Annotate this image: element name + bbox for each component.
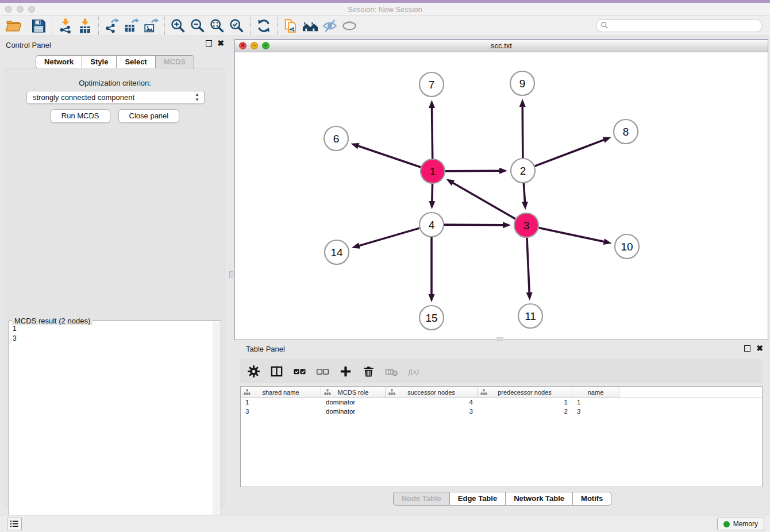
close-panel-icon[interactable]: ✖	[217, 40, 224, 47]
node-label-7: 7	[429, 79, 435, 91]
zoom-out-button[interactable]	[188, 17, 207, 35]
zoom-selected-button[interactable]	[227, 17, 247, 35]
edge-3-11[interactable]	[527, 238, 529, 294]
cell-0-1[interactable]: dominator	[321, 398, 386, 407]
tab-node-table[interactable]: Node Table	[393, 492, 450, 506]
mcds-result-text: 1 3	[13, 324, 17, 344]
float-panel-icon[interactable]	[206, 40, 212, 47]
column-header-MCDS-role[interactable]: MCDS role	[321, 387, 386, 398]
edge-4-14[interactable]	[358, 228, 419, 246]
arrowhead-4-3	[503, 222, 511, 228]
add-column-button[interactable]	[338, 364, 353, 379]
search-input[interactable]	[596, 19, 763, 32]
cell-1-1[interactable]: dominator	[321, 407, 386, 417]
cell-1-2[interactable]: 3	[386, 407, 478, 417]
show-all-networks-button[interactable]	[301, 17, 320, 35]
tab-network[interactable]: Network	[36, 55, 82, 69]
criterion-dropdown[interactable]: strongly connected component ▲▼	[26, 91, 205, 104]
horizontal-splitter-handle[interactable]	[496, 337, 503, 341]
table-panel: Table Panel ✖	[234, 342, 770, 515]
mcds-pane: Optimization criterion: strongly connect…	[5, 68, 225, 507]
zoom-in-button[interactable]	[168, 17, 188, 35]
trash-icon	[362, 365, 375, 378]
export-image-button[interactable]	[141, 17, 161, 35]
task-history-button[interactable]	[7, 518, 22, 530]
export-table-icon	[124, 18, 140, 34]
tab-select[interactable]: Select	[117, 55, 155, 69]
svg-text:f(x): f(x)	[408, 367, 418, 376]
save-floppy-icon	[30, 18, 47, 34]
hide-graphics-details-button[interactable]	[320, 17, 340, 35]
edge-1-6[interactable]	[357, 146, 421, 167]
edge-4-3[interactable]	[444, 225, 504, 225]
network-window-titlebar[interactable]: ✕ − + scc.txt	[235, 40, 768, 52]
vertical-splitter-handle[interactable]	[229, 271, 233, 278]
delete-column-button[interactable]	[361, 364, 376, 379]
function-builder-button[interactable]: f(x)	[407, 364, 422, 379]
zoom-fit-button[interactable]	[207, 17, 227, 35]
export-table-button[interactable]	[122, 17, 141, 35]
search-field-container	[596, 19, 763, 32]
edge-3-1[interactable]	[452, 182, 515, 219]
network-graph[interactable]: 7968124314101511	[235, 52, 768, 340]
close-table-panel-icon[interactable]: ✖	[756, 345, 763, 352]
column-header-successor-nodes[interactable]: successor nodes	[386, 387, 478, 398]
cell-0-3[interactable]: 1	[478, 398, 572, 407]
delete-table-button[interactable]	[384, 364, 399, 379]
refresh-view-button[interactable]	[254, 17, 274, 35]
column-header-name[interactable]: name	[572, 387, 619, 398]
network-canvas[interactable]: 7968124314101511	[235, 52, 768, 340]
cell-1-4[interactable]: 3	[572, 407, 619, 417]
export-network-button[interactable]	[102, 17, 122, 35]
cell-1-3[interactable]: 2	[478, 407, 572, 417]
node-label-3: 3	[523, 219, 530, 232]
control-panel-title: Control Panel	[0, 41, 51, 49]
edge-3-10[interactable]	[539, 228, 605, 242]
columns-icon	[270, 365, 283, 378]
tab-motifs[interactable]: Motifs	[573, 492, 611, 506]
import-network-button[interactable]	[56, 17, 75, 35]
arrowhead-2-9	[519, 99, 526, 107]
node-label-15: 15	[425, 312, 437, 324]
edge-1-2[interactable]	[445, 171, 500, 171]
edge-2-9[interactable]	[522, 106, 523, 158]
cell-0-4[interactable]: 1	[572, 398, 619, 407]
eye-icon	[341, 18, 357, 34]
search-icon	[600, 21, 609, 29]
close-panel-button[interactable]: Close panel	[118, 109, 180, 123]
table-row[interactable]: 3dominator323	[241, 407, 762, 417]
tab-edge-table[interactable]: Edge Table	[450, 492, 506, 506]
edge-1-7[interactable]	[432, 107, 433, 159]
column-header-shared-name[interactable]: shared name	[241, 387, 321, 398]
table-row[interactable]: 1dominator411	[241, 398, 762, 407]
tab-style[interactable]: Style	[82, 55, 117, 69]
open-session-button[interactable]	[3, 17, 23, 35]
tab-mcds[interactable]: MCDS	[156, 55, 194, 69]
save-session-button[interactable]	[29, 17, 48, 35]
float-table-panel-icon[interactable]	[744, 345, 750, 352]
show-hide-columns-button[interactable]	[269, 364, 284, 379]
cell-1-0[interactable]: 3	[241, 407, 321, 417]
arrowhead-1-2	[499, 168, 507, 174]
table-mode-button[interactable]	[246, 364, 261, 379]
deselect-all-button[interactable]	[315, 364, 330, 379]
arrowhead-3-11	[526, 292, 533, 300]
clone-network-button[interactable]	[281, 17, 301, 35]
show-graphics-details-button[interactable]	[340, 17, 359, 35]
cell-0-0[interactable]: 1	[241, 398, 321, 407]
select-all-button[interactable]	[292, 364, 307, 379]
node-label-1: 1	[430, 165, 436, 178]
fx-icon: f(x)	[408, 365, 421, 378]
column-header-predecessor-nodes[interactable]: predecessor nodes	[478, 387, 572, 398]
edge-2-3[interactable]	[523, 183, 525, 203]
run-mcds-button[interactable]: Run MCDS	[51, 109, 110, 123]
tab-network-table[interactable]: Network Table	[506, 492, 573, 506]
import-table-button[interactable]	[75, 17, 95, 35]
node-label-14: 14	[330, 246, 343, 259]
edge-2-8[interactable]	[535, 140, 605, 166]
memory-button[interactable]: Memory	[717, 518, 764, 530]
result-scrollbar[interactable]	[213, 322, 220, 532]
cell-0-2[interactable]: 4	[386, 398, 478, 407]
edge-1-4[interactable]	[432, 184, 433, 202]
node-table[interactable]: shared nameMCDS rolesuccessor nodesprede…	[240, 386, 763, 487]
